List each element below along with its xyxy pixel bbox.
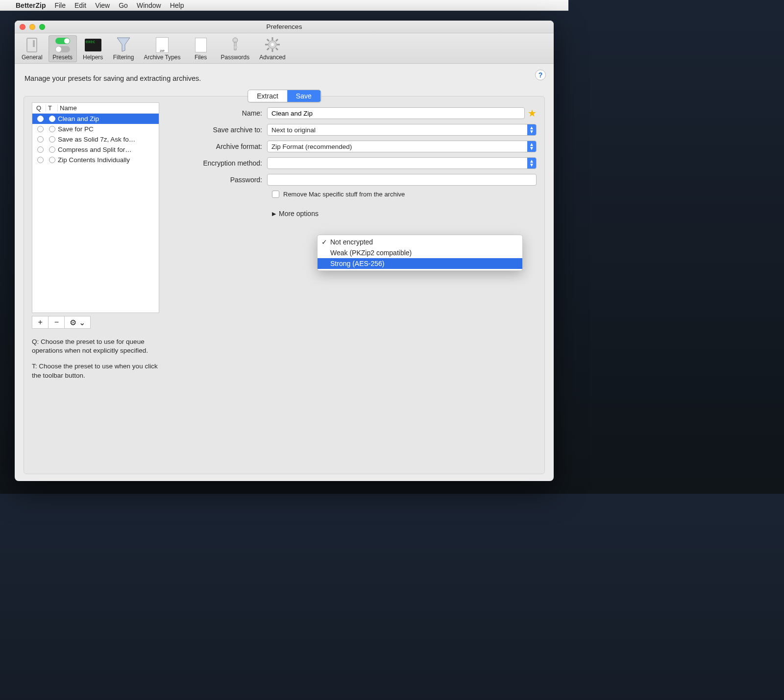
col-name[interactable]: Name (58, 104, 157, 112)
gear-icon (265, 37, 280, 53)
radio-t[interactable] (49, 136, 55, 143)
close-icon[interactable] (20, 24, 25, 30)
zoom-icon[interactable] (39, 24, 45, 30)
radio-q[interactable] (37, 157, 44, 163)
remove-mac-checkbox[interactable] (272, 191, 279, 198)
menu-go[interactable]: Go (119, 1, 128, 9)
hint-t: T: Choose the preset to use when you cli… (32, 362, 159, 380)
radio-q[interactable] (37, 146, 44, 153)
extract-save-segmented[interactable]: Extract Save (247, 90, 321, 102)
preset-name: Save as Solid 7z, Ask fo… (58, 136, 157, 143)
svg-line-9 (267, 39, 269, 41)
name-label: Name: (179, 109, 262, 117)
remove-mac-label: Remove Mac specific stuff from the archi… (283, 191, 405, 198)
save-to-popup[interactable]: Next to original ▲▼ (267, 124, 537, 136)
chevron-updown-icon: ▲▼ (529, 159, 534, 167)
preset-name: Save for PC (58, 125, 157, 133)
radio-q[interactable] (37, 136, 44, 143)
hint-q: Q: Choose the preset to use for queue op… (32, 338, 159, 355)
menu-file[interactable]: File (54, 1, 66, 9)
preset-row[interactable]: Zip Contents Individually (32, 155, 159, 165)
funnel-icon (116, 37, 131, 54)
svg-line-12 (267, 48, 269, 50)
col-q[interactable]: Q (34, 104, 46, 112)
radio-t[interactable] (49, 146, 55, 153)
segment-save[interactable]: Save (287, 90, 320, 102)
archive-format-popup[interactable]: Zip Format (recommended) ▲▼ (267, 141, 537, 152)
help-button[interactable]: ? (535, 70, 546, 80)
menu-edit[interactable]: Edit (74, 1, 86, 9)
preset-name-input[interactable] (267, 107, 525, 119)
password-input[interactable] (267, 174, 537, 186)
toolbar-presets[interactable]: Presets (49, 35, 77, 62)
disclosure-triangle-icon: ▶ (272, 211, 276, 217)
minimize-icon[interactable] (29, 24, 35, 30)
presets-panel: Extract Save Q T Name Clean and Zip (24, 96, 545, 474)
preferences-window: Preferences General Presets exec Helpers… (15, 21, 554, 481)
files-icon (195, 38, 207, 52)
preset-row[interactable]: Save for PC (32, 124, 159, 134)
preset-name: Clean and Zip (58, 115, 157, 122)
toolbar-general[interactable]: General (18, 35, 47, 62)
password-label: Password: (179, 176, 262, 184)
svg-rect-1 (234, 42, 236, 50)
format-label: Archive format: (179, 143, 262, 150)
presets-icon (55, 38, 70, 52)
toolbar-files[interactable]: Files (187, 35, 215, 62)
svg-point-4 (271, 43, 274, 46)
menu-help[interactable]: Help (170, 1, 184, 9)
window-title: Preferences (267, 23, 302, 30)
more-options-disclosure[interactable]: ▶ More options (272, 210, 537, 217)
svg-rect-2 (234, 47, 238, 48)
toolbar-helpers[interactable]: exec Helpers (79, 35, 107, 62)
preset-name: Compress and Split for… (58, 146, 157, 153)
preset-name: Zip Contents Individually (58, 156, 157, 164)
chevron-updown-icon: ▲▼ (529, 143, 534, 150)
radio-t[interactable] (49, 157, 55, 163)
macos-menubar: BetterZip File Edit View Go Window Help (0, 0, 568, 11)
radio-t[interactable] (49, 126, 55, 132)
preferences-toolbar: General Presets exec Helpers Filtering Z… (15, 33, 554, 64)
segment-extract[interactable]: Extract (248, 90, 287, 102)
toolbar-advanced[interactable]: Advanced (255, 35, 289, 62)
preset-actions-button[interactable]: ⚙︎ ⌄ (65, 316, 90, 328)
preset-row[interactable]: Clean and Zip (32, 114, 159, 124)
key-icon (230, 37, 240, 54)
archive-types-icon: ZIP (156, 37, 169, 53)
remove-preset-button[interactable]: − (49, 316, 65, 328)
dropdown-item[interactable]: Strong (AES-256) (318, 258, 522, 269)
radio-q[interactable] (37, 126, 44, 132)
menubar-app-name[interactable]: BetterZip (16, 1, 46, 9)
radio-q[interactable] (37, 116, 44, 122)
dropdown-item[interactable]: Weak (PKZip2 compatible) (318, 247, 522, 258)
preset-row[interactable]: Compress and Split for… (32, 145, 159, 155)
preset-list-toolbar: + − ⚙︎ ⌄ (32, 316, 91, 329)
radio-t[interactable] (49, 116, 55, 122)
window-titlebar[interactable]: Preferences (15, 21, 554, 33)
encryption-popup[interactable]: ▲▼ (267, 157, 537, 169)
page-subtitle: Manage your presets for saving and extra… (24, 74, 545, 82)
preset-row[interactable]: Save as Solid 7z, Ask fo… (32, 134, 159, 145)
toolbar-passwords[interactable]: Passwords (217, 35, 254, 62)
preset-table-header: Q T Name (32, 103, 159, 114)
toolbar-archive-types[interactable]: ZIP Archive Types (140, 35, 184, 62)
save-to-label: Save archive to: (179, 126, 262, 134)
toolbar-filtering[interactable]: Filtering (109, 35, 138, 62)
menu-window[interactable]: Window (137, 1, 161, 9)
preset-table[interactable]: Q T Name Clean and Zip Save for PC (32, 102, 159, 313)
encryption-label: Encryption method: (179, 159, 262, 167)
favorite-star-icon[interactable]: ★ (528, 107, 537, 119)
menu-view[interactable]: View (95, 1, 110, 9)
dropdown-item[interactable]: Not encrypted (318, 237, 522, 247)
svg-line-10 (276, 48, 278, 50)
col-t[interactable]: T (46, 104, 58, 112)
helpers-icon: exec (85, 39, 101, 51)
chevron-updown-icon: ▲▼ (529, 126, 534, 134)
svg-line-11 (276, 39, 278, 41)
encryption-dropdown-menu[interactable]: Not encrypted Weak (PKZip2 compatible) S… (317, 235, 523, 271)
general-icon (26, 38, 37, 52)
add-preset-button[interactable]: + (32, 316, 49, 328)
